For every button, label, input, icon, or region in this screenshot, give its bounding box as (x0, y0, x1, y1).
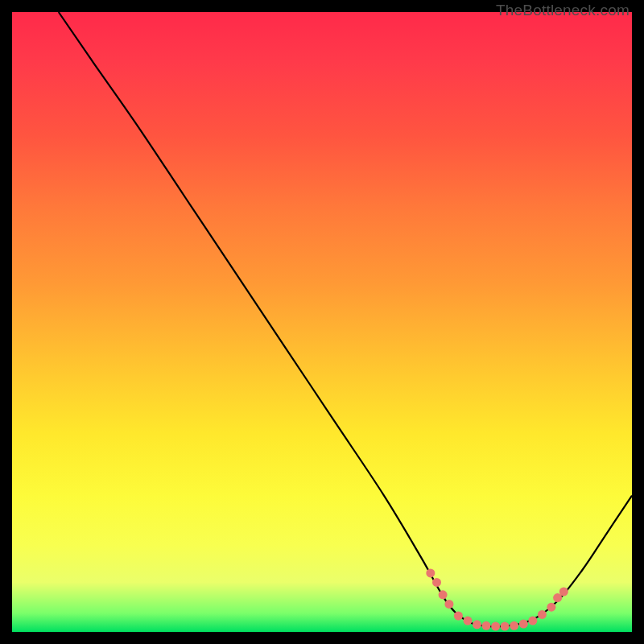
highlight-dot (482, 621, 491, 630)
highlight-dot (444, 600, 453, 609)
highlight-dot (538, 610, 547, 619)
chart-svg (12, 12, 632, 632)
highlight-dot (432, 578, 441, 587)
bottleneck-curve (59, 12, 632, 626)
highlight-dot (464, 617, 473, 625)
highlight-dot (473, 620, 481, 629)
highlight-dot (528, 617, 537, 625)
highlight-dots-group (426, 568, 568, 630)
highlight-dot (426, 568, 435, 577)
highlight-dot (559, 588, 568, 597)
highlight-dot (510, 621, 518, 630)
highlight-dot (501, 622, 510, 631)
attribution-text: TheBottleneck.com (496, 2, 630, 19)
highlight-dot (439, 590, 448, 599)
highlight-dot (519, 620, 528, 629)
highlight-dot (547, 603, 555, 612)
highlight-dot (454, 612, 463, 621)
highlight-dot (491, 622, 500, 631)
